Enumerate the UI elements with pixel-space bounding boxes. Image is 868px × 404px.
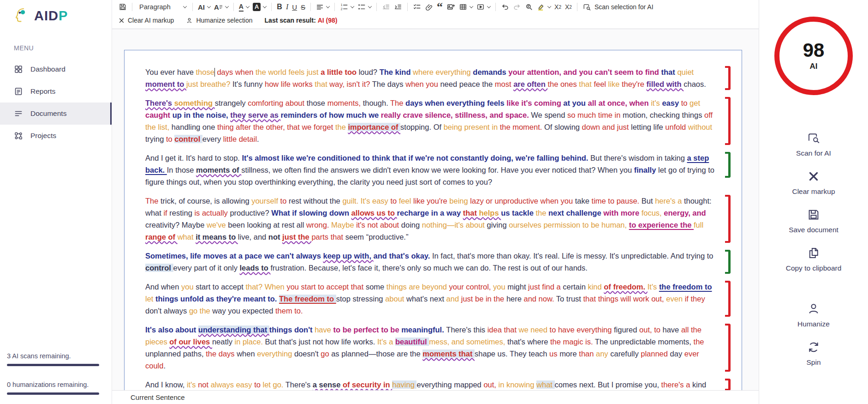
- chevron-down-icon: [326, 4, 330, 8]
- document-paragraph[interactable]: It's also about understanding that thing…: [145, 324, 731, 372]
- dashboard-icon: [14, 65, 23, 74]
- quota-remaining: 0 humanizations remaining.: [7, 381, 112, 395]
- humanize-selection-button[interactable]: Humanize selection: [186, 17, 252, 24]
- spin-button[interactable]: Spin: [806, 340, 820, 367]
- sidebar-item-reports[interactable]: Reports: [0, 80, 112, 103]
- scan-for-ai-button[interactable]: Scan for AI: [796, 131, 831, 157]
- font-color-button[interactable]: A: [237, 2, 251, 12]
- toolbar-row-ai: Clear AI markup Humanize selection Last …: [112, 13, 759, 29]
- ai-paragraph-bracket-red: [725, 281, 731, 317]
- ai-score-label: AI: [810, 62, 818, 71]
- person-icon: [807, 302, 820, 316]
- redo-icon[interactable]: [511, 2, 523, 12]
- background-color-button[interactable]: A: [251, 2, 268, 12]
- spin-icon: [807, 340, 820, 354]
- superscript-button[interactable]: X2: [563, 2, 574, 12]
- chevron-down-icon: [368, 4, 372, 8]
- document-paragraph[interactable]: The trick, of course, is allowing yourse…: [145, 195, 731, 243]
- font-size-button[interactable]: A: [212, 3, 230, 12]
- quota-remaining: 3 AI scans remaining.: [7, 352, 112, 366]
- paragraph-style-select[interactable]: Paragraph: [136, 2, 189, 12]
- scan-icon: [807, 131, 820, 145]
- chevron-down-icon: [263, 4, 267, 8]
- chevron-down-icon: [351, 4, 354, 8]
- sidebar-item-label: Reports: [30, 87, 55, 96]
- text-align-button[interactable]: [314, 2, 331, 12]
- insert-table-button[interactable]: [457, 2, 475, 12]
- todo-list-button[interactable]: [411, 2, 423, 12]
- action-label: Save document: [789, 226, 838, 234]
- clear-markup-button[interactable]: Clear markup: [792, 169, 835, 196]
- main-area: Paragraph AI A A A B I U S 12 “: [112, 0, 759, 404]
- numbered-list-button[interactable]: 12: [338, 2, 356, 12]
- right-actions: Scan for AIClear markupSave documentCopy…: [786, 131, 842, 367]
- undo-icon[interactable]: [499, 2, 511, 12]
- x-icon: [807, 169, 820, 183]
- action-label: Spin: [806, 358, 820, 367]
- indent-button[interactable]: [392, 2, 404, 12]
- sidebar-item-label: Documents: [30, 109, 66, 118]
- bullet-list-button[interactable]: [356, 2, 373, 12]
- brand-name: AIDP: [34, 8, 68, 24]
- strikethrough-button[interactable]: S: [299, 3, 307, 12]
- action-label: Humanize: [797, 320, 830, 328]
- ai-paragraph-bracket-red: [725, 195, 731, 243]
- copy-to-clipboard-button[interactable]: Copy to clipboard: [786, 246, 842, 272]
- chevron-down-icon: [547, 4, 551, 8]
- chevron-down-icon: [246, 4, 250, 8]
- blockquote-button[interactable]: “: [435, 4, 445, 10]
- sidebar-item-label: Projects: [30, 132, 56, 140]
- document-page[interactable]: You ever have those days when the world …: [124, 50, 742, 404]
- sidebar-nav: DashboardReportsDocumentsProjects: [0, 58, 112, 147]
- chevron-down-icon: [470, 4, 473, 8]
- subscript-button[interactable]: X2: [553, 2, 563, 12]
- document-paragraph[interactable]: Sometimes, life moves at a pace we can't…: [145, 250, 731, 274]
- italic-button[interactable]: I: [284, 2, 290, 12]
- scan-selection-button[interactable]: Scan selection for AI: [583, 3, 654, 12]
- close-icon: [119, 18, 125, 24]
- document-paragraph[interactable]: And when you start to accept that? When …: [145, 281, 731, 317]
- ai-score-gauge: 98 AI: [774, 17, 853, 95]
- document-paragraph[interactable]: You ever have those days when the world …: [145, 66, 731, 90]
- quota-label: 0 humanizations remaining.: [7, 381, 112, 388]
- status-bar-label: Current Sentence: [131, 393, 185, 401]
- quota-label: 3 AI scans remaining.: [7, 352, 112, 360]
- bold-button[interactable]: B: [275, 2, 284, 12]
- save-icon: [807, 208, 820, 222]
- outdent-button[interactable]: [380, 2, 392, 12]
- save-icon[interactable]: [117, 2, 129, 12]
- document-paragraph[interactable]: And I get it. It's hard to stop. It's al…: [145, 152, 731, 188]
- clear-ai-markup-button[interactable]: Clear AI markup: [119, 17, 174, 24]
- sidebar-item-documents[interactable]: Documents: [0, 103, 112, 125]
- copy-icon: [807, 246, 820, 260]
- insert-image-button[interactable]: [445, 2, 457, 12]
- underline-button[interactable]: U: [290, 3, 299, 12]
- status-bar: Current Sentence: [112, 390, 759, 404]
- sidebar-item-projects[interactable]: Projects: [0, 125, 112, 147]
- save-document-button[interactable]: Save document: [789, 208, 838, 234]
- app-logo: AIDP: [0, 0, 112, 26]
- insert-media-button[interactable]: [475, 2, 492, 12]
- toolbar-row-formatting: Paragraph AI A A A B I U S 12 “: [112, 0, 759, 13]
- action-label: Copy to clipboard: [786, 264, 842, 272]
- sidebar-item-dashboard[interactable]: Dashboard: [0, 58, 112, 80]
- chevron-down-icon: [183, 4, 187, 8]
- reports-icon: [14, 87, 23, 96]
- action-label: Clear markup: [792, 187, 835, 196]
- sidebar-item-label: Dashboard: [30, 65, 65, 73]
- document-paragraph[interactable]: There's something strangely comforting a…: [145, 97, 731, 145]
- chevron-down-icon: [225, 4, 229, 8]
- ai-paragraph-bracket-green: [725, 152, 731, 178]
- ai-text-tools-button[interactable]: AI: [196, 3, 212, 12]
- ai-paragraph-bracket-red: [725, 324, 731, 372]
- ai-paragraph-bracket-green: [725, 250, 731, 274]
- highlight-marker-icon[interactable]: [535, 2, 553, 12]
- find-replace-icon[interactable]: [523, 2, 535, 12]
- humanize-button[interactable]: Humanize: [797, 302, 830, 328]
- last-scan-result: Last scan result: AI (98): [265, 17, 338, 24]
- chevron-down-icon: [207, 4, 211, 8]
- link-icon[interactable]: [423, 2, 435, 12]
- editor-canvas: You ever have those days when the world …: [112, 29, 759, 404]
- document-paragraph[interactable]: And I know, it's not always easy to let …: [145, 379, 731, 391]
- chevron-down-icon: [487, 4, 491, 8]
